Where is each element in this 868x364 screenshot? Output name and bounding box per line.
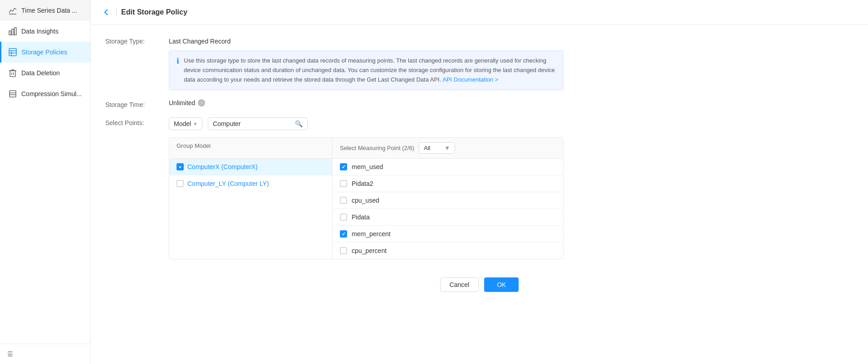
- header-divider: [116, 8, 117, 17]
- table-body: ComputerX (ComputerX) Computer_LY (Compu…: [169, 159, 563, 259]
- measure-checkbox-cpu-used[interactable]: [340, 197, 347, 204]
- api-doc-link[interactable]: API Documentation >: [442, 76, 498, 83]
- sidebar-item-data-insights[interactable]: Data Insights: [0, 21, 90, 42]
- model-dropdown[interactable]: Model ▼: [169, 117, 202, 130]
- chart-icon: [9, 6, 17, 15]
- measure-checkbox-mem-percent[interactable]: [340, 230, 347, 238]
- measure-checkbox-mem-used[interactable]: [340, 163, 347, 170]
- svg-rect-12: [10, 91, 16, 97]
- info-icon: ℹ: [177, 57, 179, 84]
- search-icon: 🔍: [295, 120, 303, 127]
- measure-filter-dropdown[interactable]: All ▼: [419, 142, 455, 154]
- col-measure-header: Select Measuring Point (2/6) All ▼: [333, 138, 563, 158]
- measure-name: mem_used: [352, 163, 383, 170]
- group-checkbox-computerx[interactable]: [177, 163, 184, 170]
- sidebar-item-compression-simul[interactable]: Compression Simul...: [0, 83, 90, 104]
- info-text: Use this storage type to store the last …: [184, 56, 556, 84]
- list-item: cpu_percent: [333, 243, 563, 259]
- sidebar-item-label: Compression Simul...: [21, 90, 82, 97]
- list-item[interactable]: ComputerX (ComputerX): [169, 159, 332, 175]
- compress-icon: [9, 90, 17, 98]
- chevron-down-icon: ▼: [444, 145, 450, 151]
- page-title: Edit Storage Policy: [121, 8, 187, 16]
- delete-icon: [9, 69, 17, 77]
- storage-time-value: Unlimited i: [169, 99, 205, 107]
- storage-time-info-icon[interactable]: i: [198, 99, 205, 107]
- list-item: mem_used: [333, 159, 563, 175]
- select-points-row: Select Points: Model ▼ 🔍 Group Model: [105, 117, 853, 259]
- list-item: mem_percent: [333, 226, 563, 243]
- group-name: Computer_LY (Computer LY): [187, 180, 269, 187]
- measure-name: cpu_percent: [352, 247, 387, 254]
- chevron-down-icon: ▼: [193, 121, 197, 126]
- content-area: Storage Type: Last Changed Record ℹ Use …: [91, 25, 868, 364]
- storage-type-row: Storage Type: Last Changed Record ℹ Use …: [105, 36, 853, 90]
- main-content: Edit Storage Policy Storage Type: Last C…: [91, 0, 868, 364]
- measure-checkbox-cpu-percent[interactable]: [340, 247, 347, 254]
- sidebar-item-label: Data Deletion: [21, 69, 60, 77]
- sidebar-item-data-deletion[interactable]: Data Deletion: [0, 63, 90, 83]
- list-item: cpu_used: [333, 192, 563, 209]
- storage-type-label: Storage Type:: [105, 36, 169, 45]
- footer: Cancel OK: [105, 268, 853, 306]
- list-item: Pidata2: [333, 175, 563, 192]
- storage-time-label: Storage Time:: [105, 99, 169, 108]
- sidebar-item-storage-policies[interactable]: Storage Policies: [0, 42, 90, 63]
- list-item[interactable]: Computer_LY (Computer LY): [169, 175, 332, 192]
- bar-chart-icon: [9, 27, 17, 35]
- sidebar-item-label: Storage Policies: [21, 49, 67, 56]
- svg-rect-3: [15, 28, 16, 35]
- sidebar-item-label: Time Series Data ...: [21, 7, 77, 14]
- points-table: Group Model Select Measuring Point (2/6)…: [169, 137, 564, 259]
- page-header: Edit Storage Policy: [91, 0, 868, 25]
- sidebar-item-time-series[interactable]: Time Series Data ...: [0, 0, 90, 21]
- measure-column: mem_used Pidata2 cpu_used: [333, 159, 563, 259]
- select-points-label: Select Points:: [105, 117, 169, 126]
- svg-rect-8: [10, 71, 15, 77]
- measure-name: cpu_used: [352, 197, 379, 204]
- list-item: Pidata: [333, 209, 563, 226]
- svg-rect-1: [9, 31, 11, 35]
- group-name: ComputerX (ComputerX): [187, 163, 258, 170]
- info-box: ℹ Use this storage type to store the las…: [169, 50, 564, 90]
- cancel-button[interactable]: Cancel: [440, 277, 479, 292]
- sidebar-bottom: ☰: [0, 344, 90, 364]
- storage-time-row: Storage Time: Unlimited i: [105, 99, 853, 108]
- col-group-header: Group Model: [169, 138, 333, 158]
- search-box: 🔍: [208, 117, 308, 130]
- measure-name: mem_percent: [352, 230, 391, 238]
- group-checkbox-computerLY[interactable]: [177, 180, 184, 187]
- measure-name: Pidata: [352, 214, 370, 221]
- storage-type-value: Last Changed Record: [169, 36, 564, 45]
- measure-checkbox-pidata2[interactable]: [340, 180, 347, 187]
- menu-icon[interactable]: ☰: [7, 350, 13, 358]
- group-column: ComputerX (ComputerX) Computer_LY (Compu…: [169, 159, 333, 259]
- back-button[interactable]: [102, 7, 112, 17]
- svg-rect-2: [12, 29, 14, 35]
- sidebar-item-label: Data Insights: [21, 28, 59, 35]
- table-header: Group Model Select Measuring Point (2/6)…: [169, 138, 563, 159]
- sidebar: Time Series Data ... Data Insights Stora…: [0, 0, 91, 364]
- search-input[interactable]: [213, 120, 292, 127]
- measure-name: Pidata2: [352, 180, 373, 187]
- model-dropdown-value: Model: [174, 120, 191, 127]
- ok-button[interactable]: OK: [484, 277, 519, 292]
- table-icon: [9, 48, 17, 56]
- select-points-controls: Model ▼ 🔍: [169, 117, 853, 130]
- measure-checkbox-pidata[interactable]: [340, 214, 347, 221]
- svg-rect-4: [9, 49, 16, 56]
